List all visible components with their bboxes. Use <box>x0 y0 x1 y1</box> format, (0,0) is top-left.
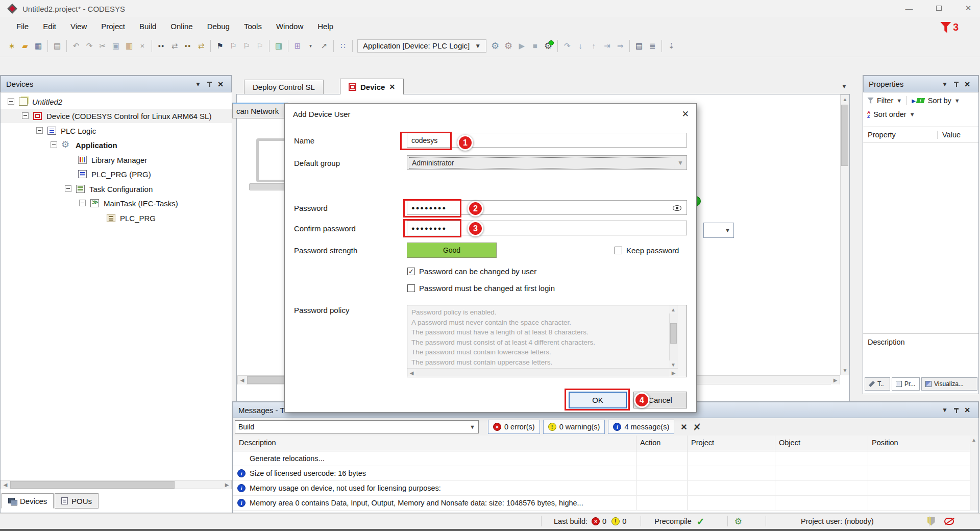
scrollbar-thumb[interactable] <box>841 105 848 166</box>
login-icon[interactable]: ⚙ <box>488 39 502 53</box>
replace-objects-icon[interactable]: ⇄ <box>194 39 208 53</box>
new-project-icon[interactable]: ∗ <box>5 39 18 53</box>
devices-hscrollbar[interactable]: ◀ ▶ <box>1 480 232 489</box>
policy-vscrollbar[interactable]: ▲ ▼ <box>669 305 678 369</box>
tree-item-device[interactable]: Device (CODESYS Control for Linux ARM64 … <box>1 109 232 123</box>
tab-close-icon[interactable]: ✕ <box>389 83 395 91</box>
message-row[interactable]: Generate relocations... <box>233 451 970 466</box>
scroll-right-icon[interactable]: ▶ <box>831 376 840 384</box>
tab-device[interactable]: Device ✕ <box>340 79 404 94</box>
step-out-icon[interactable]: ↑ <box>587 39 600 53</box>
tree-item-plc-logic[interactable]: PLC Logic <box>1 124 232 138</box>
background-dropdown[interactable]: ▼ <box>703 223 734 238</box>
tree-item-project[interactable]: Untitled2 <box>1 94 232 109</box>
menu-online[interactable]: Online <box>163 19 200 33</box>
scroll-down-icon[interactable]: ▼ <box>669 360 677 369</box>
clear-bookmarks-icon[interactable]: ⚐ <box>253 39 266 53</box>
start-icon[interactable]: ▶ <box>515 39 528 53</box>
redo-icon[interactable]: ↷ <box>83 39 96 53</box>
menu-window[interactable]: Window <box>269 19 310 33</box>
devices-pin-icon[interactable] <box>204 80 215 89</box>
tree-item-plc-prg-call[interactable]: PLC_PRG <box>1 211 232 225</box>
next-bookmark-icon[interactable]: ⚐ <box>240 39 253 53</box>
delete-icon[interactable]: × <box>136 39 149 53</box>
expander-icon[interactable] <box>79 200 86 206</box>
undo-icon[interactable]: ↶ <box>69 39 83 53</box>
tab-list-dropdown-icon[interactable]: ▼ <box>841 83 847 90</box>
dialog-title-bar[interactable]: Add Device User <box>285 104 696 124</box>
tree-item-application[interactable]: Application <box>1 138 232 152</box>
menu-file[interactable]: File <box>9 19 36 33</box>
messages-toggle[interactable]: i 4 message(s) <box>608 420 674 434</box>
column-property[interactable]: Property <box>863 131 938 139</box>
refactor-icon[interactable]: ⇣ <box>665 39 678 53</box>
filter-button[interactable]: Filter <box>877 96 893 105</box>
column-position[interactable]: Position <box>872 439 898 447</box>
tab-pous[interactable]: POUs <box>55 493 99 509</box>
previous-bookmark-icon[interactable]: ⚐ <box>227 39 240 53</box>
devices-menu-icon[interactable]: ▼ <box>192 80 204 89</box>
scroll-up-icon[interactable]: ▲ <box>970 436 978 444</box>
menu-debug[interactable]: Debug <box>200 19 237 33</box>
scrollbar-thumb[interactable] <box>670 323 677 344</box>
menu-view[interactable]: View <box>63 19 94 33</box>
column-object[interactable]: Object <box>779 439 800 447</box>
expander-icon[interactable] <box>65 185 71 192</box>
scroll-up-icon[interactable]: ▲ <box>841 95 849 104</box>
build-icon[interactable]: ∷ <box>336 39 350 53</box>
security-shield-icon[interactable] <box>927 517 935 526</box>
keep-password-checkbox[interactable] <box>615 247 622 254</box>
replace-icon[interactable]: ⇄ <box>168 39 181 53</box>
tree-item-task-configuration[interactable]: Task Configuration <box>1 182 232 196</box>
properties-menu-icon[interactable]: ▼ <box>939 80 950 89</box>
export-icon[interactable]: ↗ <box>317 39 331 53</box>
menu-edit[interactable]: Edit <box>36 19 63 33</box>
show-password-icon[interactable] <box>673 205 681 211</box>
run-to-cursor-icon[interactable]: ⇥ <box>600 39 614 53</box>
set-next-statement-icon[interactable]: ⇒ <box>614 39 627 53</box>
save-icon[interactable]: ▦ <box>32 39 45 53</box>
add-object-icon[interactable]: ⊞ <box>291 39 304 53</box>
warnings-toggle[interactable]: ! 0 warning(s) <box>543 420 605 434</box>
menu-help[interactable]: Help <box>310 19 340 33</box>
flow-control-icon[interactable]: ▤ <box>632 39 646 53</box>
scroll-left-icon[interactable]: ◀ <box>238 376 247 384</box>
password-changeable-checkbox[interactable]: ✓ <box>407 268 415 275</box>
message-row[interactable]: i Memory usage on device, not used for l… <box>233 481 970 496</box>
stop-icon[interactable]: ■ <box>528 39 542 53</box>
editor-vscrollbar[interactable]: ▲ ▼ <box>840 94 849 375</box>
display-mode-icon[interactable]: ≣ <box>646 39 659 53</box>
print-icon[interactable]: ▤ <box>51 39 64 53</box>
scroll-left-icon[interactable]: ◀ <box>1 480 10 489</box>
sort-by-button[interactable]: Sort by <box>928 96 951 105</box>
messages-close-icon[interactable]: ✕ <box>962 405 973 415</box>
change-at-first-login-checkbox[interactable] <box>407 284 415 292</box>
message-row[interactable]: i Size of licensed usercode: 16 bytes <box>233 466 970 481</box>
message-row[interactable]: i Memory area 0 contains Data, Input, Ou… <box>233 496 970 511</box>
active-application-selector[interactable]: Application [Device: PLC Logic]▼ <box>357 39 486 53</box>
default-group-selector[interactable]: Administrator ▼ <box>407 155 687 170</box>
clear-messages-icon[interactable]: ✕ <box>680 422 687 432</box>
column-action[interactable]: Action <box>640 439 660 447</box>
scroll-down-icon[interactable]: ▼ <box>841 366 849 375</box>
sort-order-button[interactable]: Sort order <box>873 110 906 118</box>
online-config-icon[interactable]: ⚙ <box>542 39 555 53</box>
scroll-up-icon[interactable]: ▲ <box>669 305 677 313</box>
tab-deploy-control-sl[interactable]: Deploy Control SL <box>244 80 324 94</box>
add-object-caret-icon[interactable]: ▾ <box>304 39 317 53</box>
column-description[interactable]: Description <box>239 439 276 447</box>
cut-icon[interactable]: ✂ <box>96 39 109 53</box>
messages-menu-icon[interactable]: ▼ <box>939 405 950 415</box>
messages-vscrollbar[interactable]: ▲ <box>970 436 978 511</box>
paste-icon[interactable]: ▥ <box>122 39 136 53</box>
expander-icon[interactable] <box>51 141 57 148</box>
scroll-left-icon[interactable]: ◀ <box>407 369 416 377</box>
menu-tools[interactable]: Tools <box>237 19 269 33</box>
errors-toggle[interactable]: × 0 error(s) <box>488 420 540 434</box>
column-value[interactable]: Value <box>938 131 961 139</box>
devices-close-icon[interactable]: ✕ <box>215 80 226 89</box>
scan-network-button[interactable]: can Network <box>232 103 288 118</box>
tab-properties[interactable]: Pr... <box>892 377 920 391</box>
close-button[interactable]: ✕ <box>961 2 976 14</box>
message-category-selector[interactable]: Build ▼ <box>235 420 479 433</box>
